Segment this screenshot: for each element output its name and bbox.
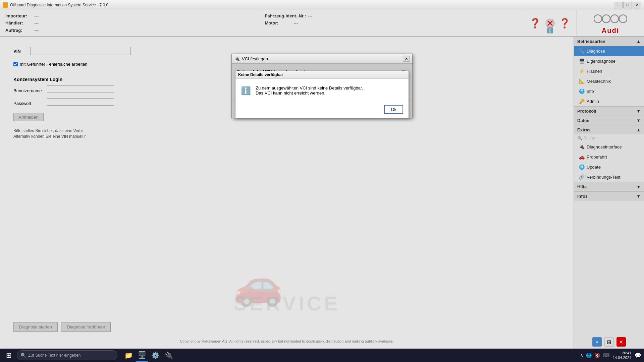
inner-dialog-content: ℹ️ Zu dem ausgewählten VCI sind keine De… bbox=[235, 79, 409, 102]
taskbar-search-bar[interactable]: 🔍 Zur Suche Text hier eingeben bbox=[17, 350, 117, 360]
network-icon[interactable]: 🌐 bbox=[586, 353, 592, 358]
keyboard-icon[interactable]: ⌨ bbox=[603, 353, 609, 358]
taskbar-search-placeholder: Zur Suche Text hier eingeben bbox=[28, 353, 81, 358]
inner-ok-button[interactable]: Ok bbox=[384, 105, 403, 114]
notification-icon[interactable]: 💬 bbox=[635, 352, 641, 359]
vci-content: Folgende(s) VCI(s) wurde gefunden: ? 📷 K… bbox=[232, 64, 412, 100]
inner-dialog-title: Keine Details verfügbar bbox=[235, 71, 409, 79]
taskbar-sys-icons: ∧ 🌐 🔇 ⌨ bbox=[580, 353, 609, 358]
inner-dialog-text-block: Zu dem ausgewählten VCI sind keine Detai… bbox=[256, 85, 363, 96]
taskbar-file-explorer[interactable]: 📁 bbox=[122, 349, 135, 362]
app-title: Offboard Diagnostic Information System S… bbox=[10, 3, 108, 7]
clock-time: 20:41 bbox=[613, 351, 631, 355]
title-bar: 🔧 Offboard Diagnostic Information System… bbox=[0, 0, 644, 10]
taskbar-search-icon: 🔍 bbox=[20, 353, 26, 358]
inner-dialog-text-line1: Zu dem ausgewählten VCI sind keine Detai… bbox=[256, 85, 363, 90]
vci-title-icon: 🔌 bbox=[234, 56, 240, 61]
vci-dialog-overlay: 🔌 VCI festlegen ✕ Folgende(s) VCI(s) wur… bbox=[0, 10, 644, 349]
window-controls[interactable]: ─ □ ✕ bbox=[614, 2, 641, 8]
vci-title-bar: 🔌 VCI festlegen ✕ bbox=[232, 54, 412, 64]
inner-dialog: Keine Details verfügbar ℹ️ Zu dem ausgew… bbox=[235, 71, 409, 118]
minimize-button[interactable]: ─ bbox=[614, 2, 623, 8]
title-bar-left: 🔧 Offboard Diagnostic Information System… bbox=[3, 2, 108, 8]
taskbar-settings-app[interactable]: ⚙️ bbox=[149, 349, 162, 362]
taskbar-vci-app[interactable]: 🔌 bbox=[162, 349, 175, 362]
vci-title-text: VCI festlegen bbox=[242, 56, 268, 61]
start-button[interactable]: ⊞ bbox=[3, 349, 15, 361]
volume-icon[interactable]: 🔇 bbox=[594, 353, 600, 358]
windows-icon: ⊞ bbox=[6, 351, 12, 359]
inner-dialog-buttons: Ok bbox=[235, 102, 409, 118]
close-button[interactable]: ✕ bbox=[633, 2, 641, 8]
vci-dialog: 🔌 VCI festlegen ✕ Folgende(s) VCI(s) wur… bbox=[231, 54, 413, 118]
maximize-button[interactable]: □ bbox=[623, 2, 632, 8]
taskbar-right: ∧ 🌐 🔇 ⌨ 20:41 14.04.2021 💬 bbox=[580, 351, 641, 360]
taskbar-app-icons: 📁 🖥️ ⚙️ 🔌 bbox=[122, 349, 175, 362]
taskbar: ⊞ 🔍 Zur Suche Text hier eingeben 📁 🖥️ ⚙️… bbox=[0, 349, 644, 362]
taskbar-clock[interactable]: 20:41 14.04.2021 bbox=[613, 351, 631, 360]
app-icon: 🔧 bbox=[3, 2, 8, 8]
clock-date: 14.04.2021 bbox=[613, 355, 631, 360]
vci-close-button[interactable]: ✕ bbox=[403, 56, 410, 62]
taskbar-ods-app[interactable]: 🖥️ bbox=[136, 349, 148, 362]
chevron-up-icon[interactable]: ∧ bbox=[580, 353, 583, 358]
inner-dialog-text-line2: Das VCI kann nicht erreicht werden. bbox=[256, 90, 363, 96]
inner-info-icon: ℹ️ bbox=[241, 86, 251, 96]
vci-title-left: 🔌 VCI festlegen bbox=[234, 56, 268, 61]
